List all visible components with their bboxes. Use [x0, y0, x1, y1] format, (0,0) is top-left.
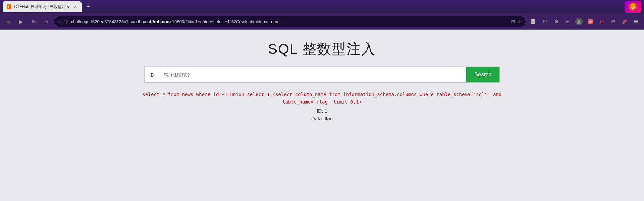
sync-icon[interactable] — [574, 16, 584, 27]
edit-svg — [622, 19, 627, 24]
ip-icon[interactable]: IP — [608, 16, 619, 27]
qr-code-icon[interactable]: ⊞ — [511, 19, 515, 24]
active-tab[interactable]: F CTFHub 技能学习 | 整数型注入 ✕ — [3, 1, 82, 12]
content-box: SQL 整数型注入 ID Search select * from news w… — [132, 40, 512, 121]
forward-icon: ▶ — [19, 18, 23, 25]
id-label: ID — [145, 67, 159, 82]
refresh-icon: ↻ — [32, 18, 36, 25]
undo-icon[interactable]: ↩ — [562, 16, 573, 27]
library-icon[interactable] — [528, 16, 539, 27]
sql-line-2: table_name='flag' limit 0,1) — [282, 99, 362, 105]
address-bar[interactable]: ○ 🛡 challenge-f520ea37543125c7.sandbox.c… — [54, 16, 526, 27]
sql-line-1: select * from news where id=-1 union sel… — [143, 92, 501, 97]
svg-point-5 — [578, 20, 580, 22]
search-input[interactable] — [159, 72, 466, 78]
address-text: challenge-f520ea37543125c7.sandbox.ctfhu… — [71, 19, 508, 24]
profile-avatar — [575, 18, 583, 25]
back-icon: ◀ — [6, 18, 10, 25]
new-tab-button[interactable]: + — [83, 2, 93, 11]
extensions-icon[interactable]: ⚙ — [551, 16, 561, 27]
page-content: SQL 整数型注入 ID Search select * from news w… — [0, 30, 644, 201]
svg-rect-2 — [531, 19, 532, 24]
tab-favicon: F — [7, 4, 11, 9]
svg-rect-9 — [634, 23, 638, 23]
back-button[interactable]: ◀ — [3, 16, 13, 27]
tab-bar: F CTFHub 技能学习 | 整数型注入 ✕ + — [0, 0, 644, 13]
result-data: Data: flag — [311, 116, 333, 121]
home-icon: ⌂ — [45, 18, 48, 25]
svg-rect-3 — [532, 19, 533, 24]
library-svg — [530, 18, 536, 25]
refresh-button[interactable]: ↻ — [28, 16, 39, 27]
browser-chrome: F CTFHub 技能学习 | 整数型注入 ✕ + ◀ ▶ ↻ — [0, 0, 644, 30]
address-icons: ⊞ ☆ — [511, 19, 522, 24]
svg-rect-4 — [533, 19, 535, 24]
hamburger-svg — [633, 19, 639, 24]
avatar-svg — [576, 19, 582, 24]
home-button[interactable]: ⌂ — [41, 16, 52, 27]
menu-icon[interactable] — [631, 16, 641, 27]
ff-logo-svg — [628, 2, 638, 11]
reader-view-icon[interactable]: ⊡ — [539, 16, 550, 27]
domain-highlight: ctfhub.com — [147, 19, 171, 24]
tab-title: CTFHub 技能学习 | 整数型注入 — [14, 4, 70, 10]
pocket-icon[interactable] — [585, 16, 596, 27]
search-form: ID Search — [144, 67, 500, 83]
page-title: SQL 整数型注入 — [268, 40, 376, 58]
shield-icon: 🛡 — [63, 19, 68, 24]
no-icon[interactable]: ⊘ — [596, 16, 607, 27]
sql-query-display: select * from news where id=-1 union sel… — [143, 91, 501, 106]
browser-logo-icon — [625, 1, 641, 13]
search-button[interactable]: Search — [466, 67, 499, 82]
right-nav-icons: ⊡ ⚙ ↩ ⊘ IP — [528, 16, 641, 27]
svg-rect-8 — [634, 21, 638, 22]
tab-close-button[interactable]: ✕ — [72, 4, 78, 9]
security-icon: ○ — [58, 19, 61, 24]
svg-rect-6 — [588, 19, 593, 24]
bookmark-icon[interactable]: ☆ — [517, 19, 522, 24]
result-id: ID: 1 — [317, 108, 327, 114]
edit-icon[interactable] — [619, 16, 630, 27]
svg-rect-7 — [634, 20, 638, 21]
pocket-svg — [587, 18, 593, 25]
nav-bar: ◀ ▶ ↻ ⌂ ○ 🛡 challenge-f520ea37543125c7.s… — [0, 13, 644, 30]
result-area: select * from news where id=-1 union sel… — [143, 91, 501, 121]
forward-button[interactable]: ▶ — [15, 16, 26, 27]
